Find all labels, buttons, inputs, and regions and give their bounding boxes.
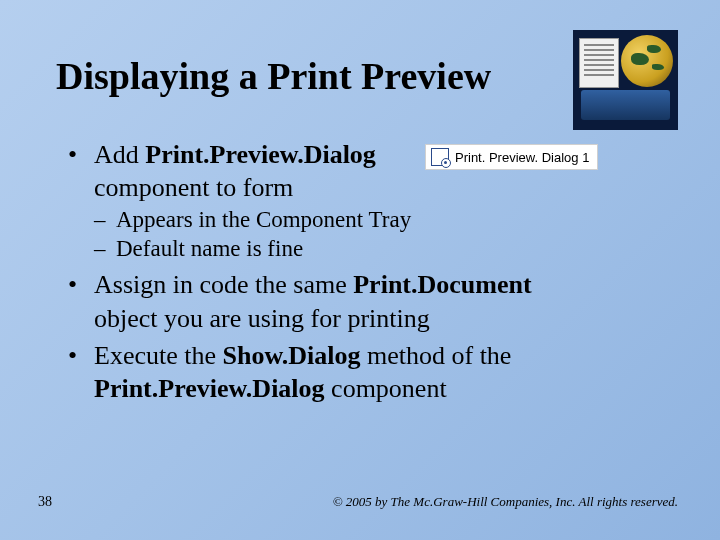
bullet-text: component [325, 374, 447, 403]
copyright-text: © 2005 by The Mc.Graw-Hill Companies, In… [333, 494, 678, 510]
slide-content: Add Print.Preview.Dialog component to fo… [64, 138, 660, 409]
bullet-text: Add [94, 140, 145, 169]
sub-bullet-item: Default name is fine [94, 234, 660, 264]
bullet-text: object you are using for printing [94, 302, 660, 335]
bullet-item: Add Print.Preview.Dialog component to fo… [64, 138, 660, 264]
slide-title: Displaying a Print Preview [56, 54, 491, 98]
bullet-bold-text: Print.Preview.Dialog [145, 140, 376, 169]
bullet-bold-text: Show.Dialog [223, 341, 361, 370]
bullet-text: method of the [361, 341, 512, 370]
decorative-corner-graphic [573, 30, 678, 130]
bullet-text: Execute the [94, 341, 223, 370]
bullet-item: Execute the Show.Dialog method of the Pr… [64, 339, 660, 406]
bullet-text: component to form [94, 171, 660, 204]
bullet-bold-text: Print.Preview.Dialog [94, 374, 325, 403]
bullet-bold-text: Print.Document [353, 270, 531, 299]
bullet-text: Assign in code the same [94, 270, 353, 299]
page-number: 38 [38, 494, 52, 510]
bullet-item: Assign in code the same Print.Document o… [64, 268, 660, 335]
sub-bullet-item: Appears in the Component Tray [94, 205, 660, 235]
